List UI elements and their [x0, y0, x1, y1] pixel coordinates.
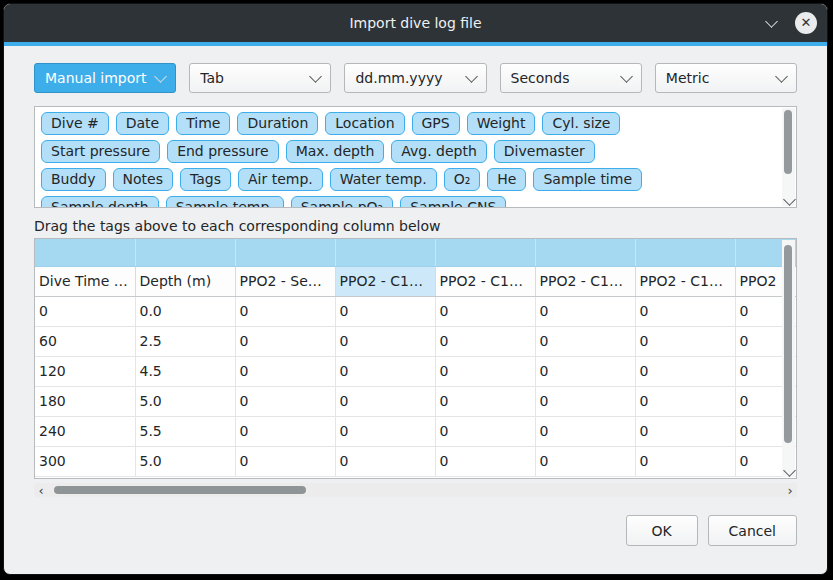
table-cell: 0 — [235, 386, 335, 416]
tag-row: Start pressureEnd pressureMax. depthAvg.… — [41, 140, 790, 163]
column-header[interactable]: PPO2 - C1… — [435, 266, 535, 296]
field-separator-select[interactable]: Tab — [189, 63, 331, 93]
column-tag[interactable]: Air temp. — [238, 168, 323, 191]
chevron-down-icon — [154, 70, 167, 83]
instruction-text: Drag the tags above to each correspondin… — [34, 218, 797, 234]
table-cell: 0 — [335, 446, 435, 476]
table-cell: 0 — [235, 326, 335, 356]
table-row: 2405.5000000 — [35, 416, 797, 446]
drop-target-row — [35, 239, 797, 266]
titlebar-chevron-down-icon[interactable] — [761, 13, 781, 33]
scroll-down-icon[interactable] — [783, 464, 796, 477]
column-tag[interactable]: Divemaster — [494, 140, 595, 163]
tag-list-panel: Dive #DateTimeDurationLocationGPSWeightC… — [34, 106, 797, 208]
tag-list-scrollbar[interactable] — [782, 108, 795, 206]
column-tag[interactable]: Sample time — [533, 168, 642, 191]
table-cell: 0 — [635, 446, 735, 476]
drop-target-cell[interactable] — [135, 239, 235, 266]
table-cell: 0.0 — [135, 296, 235, 326]
column-tag[interactable]: O₂ — [444, 168, 481, 191]
column-tag[interactable]: Date — [116, 112, 169, 135]
column-header[interactable]: PPO2 - C1… — [335, 266, 435, 296]
column-tag[interactable]: Max. depth — [286, 140, 385, 163]
table-cell: 0 — [235, 446, 335, 476]
table-row: 1204.5000000 — [35, 356, 797, 386]
column-tag[interactable]: He — [487, 168, 526, 191]
table-cell: 0 — [335, 296, 435, 326]
scrollbar-handle[interactable] — [54, 486, 306, 494]
units-select[interactable]: Metric — [655, 63, 797, 93]
units-value: Metric — [666, 70, 710, 86]
grid-body: Dive Time …Depth (m)PPO2 - Se…PPO2 - C1…… — [35, 239, 797, 476]
table-cell: 60 — [35, 326, 135, 356]
column-tag[interactable]: Location — [325, 112, 404, 135]
scroll-right-icon[interactable]: › — [783, 483, 797, 497]
table-cell: 0 — [535, 326, 635, 356]
table-vertical-scrollbar[interactable] — [782, 240, 795, 477]
drop-target-cell[interactable] — [35, 239, 135, 266]
tag-rows: Dive #DateTimeDurationLocationGPSWeightC… — [35, 107, 796, 208]
drop-target-cell[interactable] — [335, 239, 435, 266]
table-cell: 5.5 — [135, 416, 235, 446]
column-header[interactable]: Depth (m) — [135, 266, 235, 296]
column-tag[interactable]: Buddy — [41, 168, 106, 191]
table-cell: 0 — [435, 446, 535, 476]
close-button[interactable]: ✕ — [795, 12, 817, 34]
tag-row: Dive #DateTimeDurationLocationGPSWeightC… — [41, 112, 790, 135]
column-tag[interactable]: Avg. depth — [391, 140, 487, 163]
column-tag[interactable]: Sample CNS — [400, 196, 506, 208]
column-tag[interactable]: Time — [176, 112, 230, 135]
column-header[interactable]: PPO2 - Se… — [235, 266, 335, 296]
column-tag[interactable]: Sample depth — [41, 196, 159, 208]
drop-target-cell[interactable] — [535, 239, 635, 266]
column-tag[interactable]: Duration — [237, 112, 318, 135]
table-cell: 0 — [35, 296, 135, 326]
import-type-select[interactable]: Manual import — [34, 63, 176, 93]
tag-row: BuddyNotesTagsAir temp.Water temp.O₂HeSa… — [41, 168, 790, 191]
titlebar[interactable]: Import dive log file ✕ — [4, 4, 827, 42]
table-cell: 0 — [635, 416, 735, 446]
ok-button[interactable]: OK — [626, 515, 698, 546]
toolbar: Manual import Tab dd.mm.yyyy Seconds Met… — [34, 63, 797, 93]
column-tag[interactable]: Notes — [113, 168, 173, 191]
column-tag[interactable]: Start pressure — [41, 140, 160, 163]
column-tag[interactable]: Sample pO₂ — [291, 196, 393, 208]
column-tag[interactable]: Cyl. size — [542, 112, 620, 135]
table-cell: 0 — [335, 386, 435, 416]
column-header[interactable]: Dive Time … — [35, 266, 135, 296]
import-type-value: Manual import — [45, 70, 147, 86]
table-cell: 5.0 — [135, 386, 235, 416]
drop-target-cell[interactable] — [435, 239, 535, 266]
tag-row: Sample depthSample temp.Sample pO₂Sample… — [41, 196, 790, 208]
import-preview-table: Dive Time …Depth (m)PPO2 - Se…PPO2 - C1…… — [34, 238, 797, 479]
header-row: Dive Time …Depth (m)PPO2 - Se…PPO2 - C1…… — [35, 266, 797, 296]
column-tag[interactable]: Tags — [180, 168, 231, 191]
table-cell: 0 — [435, 386, 535, 416]
column-tag[interactable]: Dive # — [41, 112, 109, 135]
table-cell: 0 — [435, 326, 535, 356]
titlebar-accent-line — [4, 42, 827, 46]
column-tag[interactable]: Sample temp. — [166, 196, 284, 208]
table-cell: 0 — [335, 326, 435, 356]
table-row: 3005.0000000 — [35, 446, 797, 476]
chevron-down-icon — [775, 70, 788, 83]
duration-format-select[interactable]: Seconds — [500, 63, 642, 93]
scroll-left-icon[interactable]: ‹ — [34, 483, 48, 497]
scrollbar-handle[interactable] — [784, 110, 792, 174]
preview-grid: Dive Time …Depth (m)PPO2 - Se…PPO2 - C1…… — [35, 239, 797, 477]
titlebar-buttons: ✕ — [761, 4, 817, 42]
column-tag[interactable]: Water temp. — [330, 168, 437, 191]
column-tag[interactable]: End pressure — [167, 140, 279, 163]
drop-target-cell[interactable] — [635, 239, 735, 266]
drop-target-cell[interactable] — [235, 239, 335, 266]
cancel-button[interactable]: Cancel — [708, 515, 797, 546]
column-header[interactable]: PPO2 - C1… — [635, 266, 735, 296]
column-tag[interactable]: GPS — [412, 112, 460, 135]
date-format-select[interactable]: dd.mm.yyyy — [344, 63, 486, 93]
table-cell: 240 — [35, 416, 135, 446]
table-horizontal-scrollbar[interactable]: ‹ › — [34, 483, 797, 497]
scroll-down-icon[interactable] — [783, 193, 796, 206]
column-tag[interactable]: Weight — [467, 112, 536, 135]
scrollbar-handle[interactable] — [784, 245, 792, 443]
column-header[interactable]: PPO2 - C1… — [535, 266, 635, 296]
